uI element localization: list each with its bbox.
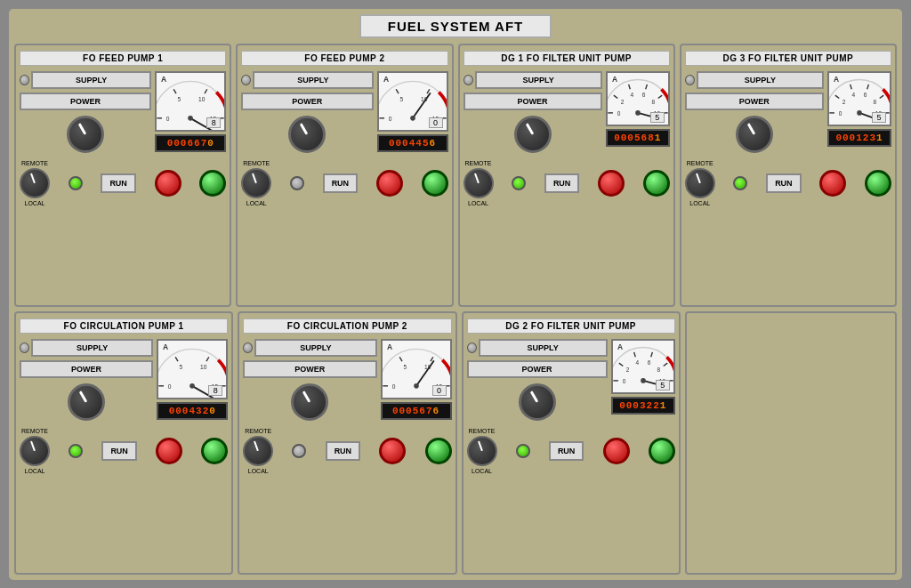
power-knob[interactable]	[519, 383, 556, 421]
supply-row: SUPPLY	[685, 71, 824, 89]
run-indicator-light	[512, 176, 526, 190]
counter-display: 0005681	[606, 129, 670, 147]
svg-text:10: 10	[200, 363, 207, 369]
svg-text:5: 5	[399, 95, 403, 101]
go-button[interactable]	[199, 170, 226, 197]
run-button[interactable]: RUN	[326, 441, 361, 461]
pump-body: SUPPLY POWER 0246810 A 5 0003221	[467, 339, 675, 421]
power-button[interactable]: POWER	[241, 93, 373, 110]
svg-text:0: 0	[388, 115, 391, 121]
local-label: LOCAL	[689, 200, 710, 206]
supply-button[interactable]: SUPPLY	[254, 339, 376, 357]
svg-text:4: 4	[635, 359, 639, 366]
supply-button[interactable]: SUPPLY	[31, 71, 151, 89]
remote-label: REMOTE	[245, 428, 271, 434]
svg-point-23	[410, 116, 415, 121]
stop-button[interactable]	[598, 170, 625, 197]
pump-panel-dg1-fo-filter-unit: DG 1 FO FILTER UNIT PUMP SUPPLY POWER	[458, 44, 675, 307]
run-knob[interactable]	[464, 168, 494, 198]
run-indicator-light	[516, 444, 530, 458]
pump-body: SUPPLY POWER 0246810 A 5 0001231	[685, 71, 891, 153]
svg-text:0: 0	[168, 383, 172, 389]
go-button[interactable]	[643, 170, 670, 197]
ammeter: 051015 A 0	[381, 339, 452, 399]
run-indicator-light	[292, 444, 306, 458]
local-label: LOCAL	[25, 200, 45, 206]
svg-text:A: A	[163, 342, 168, 351]
stop-button[interactable]	[155, 170, 181, 197]
power-knob[interactable]	[736, 116, 773, 153]
supply-indicator	[243, 342, 253, 353]
run-knob[interactable]	[20, 168, 50, 198]
pump-body: SUPPLY POWER 051015 A 0 0005676	[243, 339, 451, 421]
local-label: LOCAL	[246, 200, 267, 206]
stop-button[interactable]	[603, 438, 630, 464]
pump-footer: REMOTE LOCAL RUN	[241, 160, 447, 206]
supply-button[interactable]: SUPPLY	[31, 339, 153, 357]
power-button[interactable]: POWER	[467, 360, 608, 378]
ammeter-value: 0	[432, 385, 447, 396]
go-button[interactable]	[425, 438, 452, 464]
power-button[interactable]: POWER	[243, 360, 376, 378]
run-indicator-light	[733, 176, 747, 190]
run-button[interactable]: RUN	[101, 441, 137, 461]
run-button[interactable]: RUN	[323, 173, 359, 193]
go-button[interactable]	[865, 170, 891, 197]
run-knob[interactable]	[243, 436, 273, 466]
run-knob[interactable]	[20, 436, 50, 466]
stop-button[interactable]	[379, 438, 406, 464]
pump-panel-fo-circ-pump-1: FO CIRCULATION PUMP 1 SUPPLY POWER	[14, 311, 233, 575]
go-button[interactable]	[422, 170, 448, 197]
run-button[interactable]: RUN	[101, 173, 136, 193]
knob-indicator	[78, 123, 87, 135]
power-knob[interactable]	[514, 116, 552, 153]
power-button[interactable]: POWER	[685, 93, 824, 110]
pump-footer: REMOTE LOCAL RUN	[20, 428, 228, 474]
run-knob[interactable]	[467, 436, 497, 466]
power-button[interactable]: POWER	[20, 360, 153, 378]
pump-body: SUPPLY POWER 051015 A 8 0006670	[20, 71, 226, 153]
stop-button[interactable]	[819, 170, 846, 197]
run-knob-area: REMOTE LOCAL	[467, 428, 497, 474]
pump-body: SUPPLY POWER 051015 A 8 0004320	[20, 339, 228, 421]
ammeter: 051015 A 0	[377, 71, 448, 132]
power-knob[interactable]	[288, 116, 326, 153]
run-knob-area: REMOTE LOCAL	[464, 160, 494, 206]
gauge-area: 051015 A 8 0006670	[155, 71, 226, 152]
counter-display: 0004456	[377, 134, 448, 152]
counter-display: 0003221	[611, 397, 675, 415]
power-knob[interactable]	[68, 383, 105, 421]
svg-text:A: A	[617, 342, 623, 351]
go-button[interactable]	[649, 438, 675, 464]
run-knob[interactable]	[241, 168, 271, 198]
supply-button[interactable]: SUPPLY	[479, 339, 608, 357]
stop-button[interactable]	[376, 170, 403, 197]
power-button[interactable]: POWER	[20, 93, 151, 110]
knob-area	[241, 116, 373, 153]
svg-point-55	[857, 110, 862, 116]
run-knob-area: REMOTE LOCAL	[20, 160, 50, 206]
local-label: LOCAL	[25, 468, 45, 474]
pump-footer: REMOTE LOCAL RUN	[685, 160, 891, 206]
stop-button[interactable]	[156, 438, 182, 464]
supply-button[interactable]: SUPPLY	[253, 71, 373, 89]
supply-button[interactable]: SUPPLY	[697, 71, 824, 89]
power-knob[interactable]	[291, 383, 328, 421]
power-knob[interactable]	[67, 116, 104, 153]
svg-text:5: 5	[178, 95, 181, 101]
run-button[interactable]: RUN	[549, 441, 584, 461]
power-button[interactable]: POWER	[464, 93, 602, 110]
run-knob[interactable]	[685, 168, 715, 198]
remote-label: REMOTE	[21, 428, 48, 434]
local-label: LOCAL	[248, 468, 269, 474]
run-button[interactable]: RUN	[766, 173, 802, 193]
run-button[interactable]: RUN	[544, 173, 580, 193]
rows-container: FO FEED PUMP 1 SUPPLY POWER 051015	[14, 44, 897, 575]
pump-body: SUPPLY POWER 0246810 A 5 0005681	[464, 71, 670, 153]
svg-text:2: 2	[621, 99, 625, 105]
title-bar: FUEL SYSTEM AFT	[14, 14, 897, 38]
counter-display: 0005676	[381, 402, 452, 420]
go-button[interactable]	[201, 438, 228, 464]
pump-panel-title: DG 2 FO FILTER UNIT PUMP	[467, 318, 675, 334]
supply-button[interactable]: SUPPLY	[475, 71, 602, 89]
